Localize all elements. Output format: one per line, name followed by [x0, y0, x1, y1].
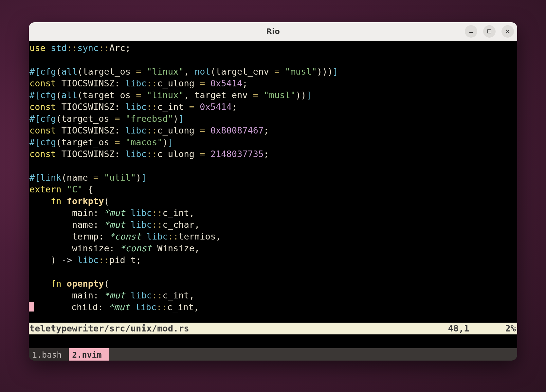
editor-content[interactable]: use std::sync::Arc; #[cfg(all(target_os … [29, 42, 517, 323]
code-line: ) -> libc::pid_t; [29, 254, 517, 266]
editor-cursor [29, 302, 34, 312]
code-line: child: *mut libc::c_int, [29, 301, 517, 313]
svg-rect-1 [488, 30, 491, 33]
code-line: main: *mut libc::c_int, [29, 207, 517, 219]
code-line: const TIOCSWINSZ: libc::c_ulong = 214803… [29, 148, 517, 160]
code-line: use std::sync::Arc; [29, 42, 517, 54]
tab-bash[interactable]: 1.bash [29, 348, 69, 361]
terminal-area[interactable]: use std::sync::Arc; #[cfg(all(target_os … [29, 41, 517, 361]
window-controls [465, 25, 514, 38]
minimize-icon [468, 29, 474, 34]
status-cursor-pos: 48,1 [448, 323, 469, 334]
close-button[interactable] [501, 25, 514, 38]
code-line: #[cfg(target_os = "freebsd")] [29, 113, 517, 125]
code-line: main: *mut libc::c_int, [29, 290, 517, 301]
code-line: #[link(name = "util")] [29, 172, 517, 184]
status-percent: 2% [505, 323, 516, 334]
code-line: fn openpty( [29, 278, 517, 290]
code-line: extern "C" { [29, 184, 517, 195]
code-line: name: *mut libc::c_char, [29, 219, 517, 231]
minimize-button[interactable] [465, 25, 477, 38]
code-line: #[cfg(all(target_os = "linux", target_en… [29, 89, 517, 101]
code-line: const TIOCSWINSZ: libc::c_int = 0x5414; [29, 101, 517, 113]
code-line [29, 54, 517, 66]
code-line: fn forkpty( [29, 195, 517, 207]
app-window: Rio use std::sync::Arc; #[cfg(all(target… [29, 22, 517, 361]
code-line: #[cfg(target_os = "macos")] [29, 136, 517, 148]
code-line: winsize: *const Winsize, [29, 242, 517, 254]
maximize-icon [487, 29, 492, 34]
code-line [29, 266, 517, 278]
terminal-empty-strip [29, 334, 517, 348]
tab-nvim[interactable]: 2.nvim [69, 348, 109, 361]
maximize-button[interactable] [483, 25, 496, 38]
code-line: const TIOCSWINSZ: libc::c_ulong = 0x5414… [29, 78, 517, 89]
code-line: #[cfg(all(target_os = "linux", not(targe… [29, 66, 517, 78]
code-line: const TIOCSWINSZ: libc::c_ulong = 0x8008… [29, 125, 517, 136]
terminal-tabbar: 1.bash 2.nvim [29, 348, 517, 361]
code-line: termp: *const libc::termios, [29, 231, 517, 242]
close-icon [505, 29, 510, 34]
status-filename: teletypewriter/src/unix/mod.rs [29, 323, 189, 334]
vim-statusbar: teletypewriter/src/unix/mod.rs 48,1 2% [29, 323, 517, 334]
window-title: Rio [266, 27, 280, 36]
code-line [29, 160, 517, 172]
titlebar[interactable]: Rio [29, 22, 517, 41]
